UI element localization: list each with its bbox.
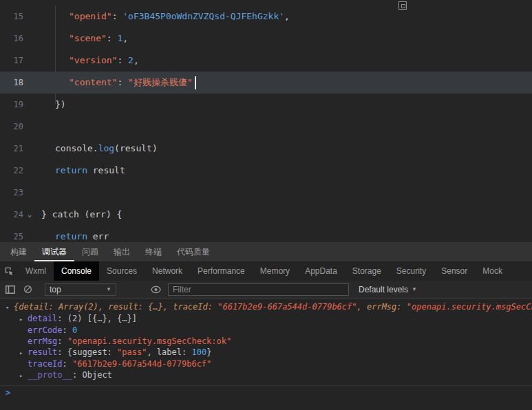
tab-mock[interactable]: Mock bbox=[475, 261, 510, 281]
fold-gutter bbox=[23, 94, 36, 116]
tab-memory[interactable]: Memory bbox=[253, 261, 297, 281]
tab-appdata[interactable]: AppData bbox=[297, 261, 345, 281]
code-line[interactable]: 21console.log(result) bbox=[0, 138, 532, 160]
console-preview-row[interactable]: ▾{detail: Array(2), result: {…}, traceId… bbox=[0, 301, 532, 313]
expand-triangle-icon[interactable]: ▸ bbox=[19, 314, 28, 325]
tab-terminal[interactable]: 终端 bbox=[138, 242, 169, 261]
expand-triangle-icon[interactable]: ▸ bbox=[19, 347, 28, 358]
filter-input[interactable] bbox=[168, 283, 349, 296]
console-message: ▾{detail: Array(2), result: {…}, traceId… bbox=[0, 299, 532, 381]
code-line[interactable]: 18"content": "好贱操杀贱傻" bbox=[0, 72, 532, 94]
console-property-row[interactable]: traceId: "6617b2e9-667a544d-0779b6cf" bbox=[0, 358, 532, 369]
code-line[interactable]: 15"openid": 'oF3B45P0oWdnZVZQsd-QJFEhGzk… bbox=[0, 6, 532, 28]
console-token: {detail: Array(2), result: {…}, traceId: bbox=[14, 302, 217, 312]
code-text: return result bbox=[36, 160, 125, 182]
code-line[interactable]: 17"version": 2, bbox=[0, 50, 532, 72]
console-token: "6617b2e9-667a544d-0779b6cf" bbox=[217, 302, 357, 312]
line-number: 25 bbox=[0, 226, 23, 242]
log-level-value: Default levels bbox=[359, 285, 408, 294]
inspect-element-icon[interactable] bbox=[0, 261, 18, 281]
tab-sensor[interactable]: Sensor bbox=[434, 261, 475, 281]
code-token: 2 bbox=[128, 55, 134, 65]
devtools-tab-bar: Wxml Console Sources Network Performance… bbox=[0, 261, 532, 281]
console-property-row[interactable]: errCode: 0 bbox=[0, 325, 532, 336]
code-line[interactable]: 16"scene": 1, bbox=[0, 28, 532, 50]
console-token: __proto__ bbox=[28, 370, 72, 380]
console-property-row[interactable]: ▸result: {suggest: "pass", label: 100} bbox=[0, 347, 532, 358]
console-token: Object bbox=[82, 370, 111, 380]
editor-marker-icon[interactable] bbox=[398, 1, 407, 10]
line-number: 21 bbox=[0, 138, 23, 160]
code-token: , bbox=[134, 55, 139, 65]
fold-gutter bbox=[23, 72, 36, 94]
context-selector[interactable]: top ▼ bbox=[45, 283, 116, 296]
tab-problems[interactable]: 问题 bbox=[74, 242, 106, 261]
editor-lines: 15"openid": 'oF3B45P0oWdnZVZQsd-QJFEhGzk… bbox=[0, 6, 532, 242]
console-token: traceId bbox=[28, 359, 63, 369]
code-token: : bbox=[117, 77, 128, 87]
console-property-row[interactable]: errMsg: "openapi.security.msgSecCheck:ok… bbox=[0, 336, 532, 347]
console-token: , label: bbox=[147, 347, 191, 357]
console-token: "openapi.security.msgSecCheck:ok" bbox=[67, 336, 231, 346]
tab-network[interactable]: Network bbox=[145, 261, 190, 281]
code-token: "content" bbox=[69, 77, 117, 87]
code-line[interactable]: 23 bbox=[0, 182, 532, 204]
tab-storage[interactable]: Storage bbox=[345, 261, 389, 281]
log-level-dropdown[interactable]: Default levels ▼ bbox=[359, 285, 417, 294]
line-number: 17 bbox=[0, 50, 23, 72]
code-token: "scene" bbox=[69, 33, 107, 43]
code-text: "scene": 1, bbox=[36, 28, 128, 50]
fold-gutter bbox=[23, 160, 36, 182]
console-token: "6617b2e9-667a544d-0779b6cf" bbox=[72, 359, 211, 369]
code-line[interactable]: 25return err bbox=[0, 226, 532, 242]
tab-console[interactable]: Console bbox=[54, 261, 99, 281]
code-text: "content": "好贱操杀贱傻" bbox=[36, 72, 196, 94]
console-token: : bbox=[63, 359, 72, 369]
console-token: "pass" bbox=[117, 347, 147, 357]
code-editor[interactable]: 15"openid": 'oF3B45P0oWdnZVZQsd-QJFEhGzk… bbox=[0, 0, 532, 242]
code-token: result bbox=[87, 165, 125, 175]
code-line[interactable]: 22return result bbox=[0, 160, 532, 182]
tab-code-quality[interactable]: 代码质量 bbox=[169, 242, 217, 261]
console-token: , errMsg: bbox=[357, 302, 407, 312]
console-property-row[interactable]: ▸detail: (2) [{…}, {…}] bbox=[0, 313, 532, 325]
console-token: : bbox=[63, 325, 72, 335]
expand-triangle-icon[interactable]: ▸ bbox=[19, 370, 28, 381]
tab-performance[interactable]: Performance bbox=[190, 261, 253, 281]
expand-triangle-icon[interactable]: ▾ bbox=[6, 302, 14, 313]
console-token: : bbox=[57, 347, 67, 357]
console-property-row[interactable]: ▸__proto__: Object bbox=[0, 369, 532, 381]
console-sidebar-icon[interactable] bbox=[6, 285, 15, 294]
code-text bbox=[36, 116, 41, 138]
code-line[interactable]: 19}) bbox=[0, 94, 532, 116]
console-toolbar: top ▼ Default levels ▼ bbox=[0, 281, 532, 299]
clear-console-icon[interactable] bbox=[23, 285, 32, 294]
console-token: : bbox=[57, 314, 67, 323]
tab-build[interactable]: 构建 bbox=[3, 242, 34, 261]
fold-gutter bbox=[23, 226, 36, 242]
console-prompt-row[interactable]: > bbox=[0, 385, 532, 400]
code-token: 'oF3B45P0oWdnZVZQsd-QJFEhGzkk' bbox=[123, 11, 284, 21]
tab-output[interactable]: 输出 bbox=[106, 242, 138, 261]
console-token: result bbox=[28, 347, 57, 357]
line-number: 19 bbox=[0, 94, 23, 116]
console-token: "openapi.security.msgSecChec bbox=[407, 302, 532, 312]
live-expression-eye-icon[interactable] bbox=[151, 285, 161, 294]
code-token: , bbox=[123, 33, 128, 43]
tab-sources[interactable]: Sources bbox=[99, 261, 145, 281]
code-text: console.log(result) bbox=[36, 138, 158, 160]
fold-chevron-icon[interactable]: ⌄ bbox=[23, 204, 36, 226]
fold-gutter bbox=[23, 138, 36, 160]
code-text: "version": 2, bbox=[36, 50, 139, 72]
console-token: } bbox=[206, 347, 211, 357]
tab-security[interactable]: Security bbox=[389, 261, 434, 281]
code-token: : bbox=[117, 55, 128, 65]
code-token: }) bbox=[55, 99, 66, 109]
line-number: 16 bbox=[0, 28, 23, 50]
code-line[interactable]: 24⌄} catch (err) { bbox=[0, 204, 532, 226]
code-token: "好贱操杀贱傻" bbox=[128, 77, 193, 87]
code-token: : bbox=[107, 33, 118, 43]
code-line[interactable]: 20 bbox=[0, 116, 532, 138]
tab-debugger[interactable]: 调试器 bbox=[34, 242, 74, 261]
tab-wxml[interactable]: Wxml bbox=[18, 261, 54, 281]
